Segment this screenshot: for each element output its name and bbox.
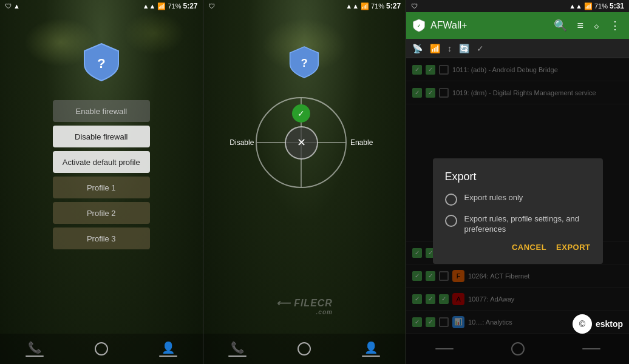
nav-contacts[interactable]: 👤 [159, 341, 177, 357]
export-option-1[interactable]: Export rules only [445, 193, 591, 206]
panel-1: 🛡 ▲ ▲▲ 📶 71% 5:27 ? Enable firewall Disa… [0, 0, 203, 364]
status-left-3: 🛡 [411, 2, 418, 10]
filecr-watermark: ⟵ FILECR .com [276, 297, 333, 315]
filecr-logo-text: ⟵ FILECR [276, 298, 333, 308]
status-bar-1: 🛡 ▲ ▲▲ 📶 71% 5:27 [0, 0, 203, 12]
status-right-2: ▲▲ 📶 71% 5:27 [345, 2, 401, 10]
bottom-nav-2: 📞 👤 [203, 334, 406, 364]
svg-text:✓: ✓ [417, 23, 421, 29]
signal-icon-3: ▲▲ [569, 2, 582, 10]
shield-icon-1: ? [83, 42, 120, 82]
enable-firewall-btn[interactable]: Enable firewall [53, 100, 150, 122]
export-button[interactable]: EXPORT [556, 243, 590, 252]
nav-phone-2[interactable]: 📞 [228, 341, 246, 357]
nav-phone[interactable]: 📞 [25, 341, 44, 357]
afwall-shield-icon: ✓ [412, 19, 426, 32]
wifi-icon-3: 📶 [361, 2, 369, 10]
status-bar-3: 🛡 ▲▲ 📶 71% 5:31 [406, 0, 629, 12]
menu-container-1: Enable firewall Disable firewall Activat… [0, 100, 203, 249]
desktop-badge-icon: © [573, 314, 592, 334]
disable-label[interactable]: Disable [229, 138, 254, 147]
filecr-domain: .com [276, 309, 333, 315]
check-filter-icon: ✓ [477, 44, 484, 53]
desktop-watermark: © esktop [573, 314, 623, 334]
filter-row: 📡 📶 ↕ 🔄 ✓ [406, 39, 629, 58]
filter-btn[interactable]: ≡ [574, 18, 586, 33]
status-right-3: ▲▲ 📶 71% 5:31 [569, 2, 624, 10]
dialog-title: Export [445, 170, 591, 183]
app-title: AFWall+ [430, 20, 546, 31]
panel-2: 🛡 ▲▲ 📶 71% 5:27 ? ✕ ✓ [203, 0, 406, 364]
battery-text: 71% [168, 2, 181, 10]
activate-default-profile-btn[interactable]: Activate default profile [53, 151, 150, 173]
signal-icon-2: ▲▲ [345, 2, 359, 10]
battery-text-3: 71% [594, 2, 608, 10]
status-bar-2: 🛡 ▲▲ 📶 71% 5:27 [203, 0, 406, 12]
shield-container-2: ? [203, 46, 406, 79]
export-dialog: Export Export rules only Export rules, p… [433, 158, 603, 265]
wifi-filter-icon: 📶 [430, 44, 440, 53]
roam-icon: 🔄 [459, 44, 469, 53]
shield-status-icon-2: 🛡 [208, 2, 215, 10]
more-btn[interactable]: ⋮ [607, 18, 623, 33]
data-icon: ↕ [447, 44, 452, 53]
search-btn[interactable]: 🔍 [551, 18, 570, 33]
radial-check-badge[interactable]: ✓ [292, 104, 310, 123]
check-circle-icon: ✓ [292, 104, 310, 123]
lan-icon: 📡 [412, 44, 423, 53]
radio-option-1[interactable] [445, 194, 457, 206]
wifi-icon: ▲ [13, 2, 20, 10]
radial-outer: ✕ ✓ Disable Enable [256, 97, 347, 188]
nav-contacts-2[interactable]: 👤 [362, 341, 380, 357]
cancel-button[interactable]: CANCEL [512, 243, 546, 252]
nav-home[interactable] [95, 342, 108, 356]
table-content: ✓ ✓ 1011: (adb) - Android Debug Bridge ✓… [406, 58, 629, 364]
enable-label[interactable]: Enable [350, 138, 373, 147]
profile-3-btn[interactable]: Profile 3 [53, 228, 150, 249]
status-left: 🛡 ▲ [5, 2, 20, 10]
export-option-2-text: Export rules, profile settings, and pref… [464, 214, 591, 235]
shield-status-icon-3: 🛡 [411, 2, 418, 10]
profile-2-btn[interactable]: Profile 2 [53, 202, 150, 224]
wifi-icon-4: 📶 [584, 2, 593, 10]
radio-option-2[interactable] [445, 215, 457, 227]
close-x-icon: ✕ [297, 136, 306, 149]
shield-status-icon: 🛡 [5, 2, 12, 10]
export-option-2[interactable]: Export rules, profile settings, and pref… [445, 214, 591, 235]
signal-icon: ▲▲ [143, 2, 156, 10]
dialog-actions: CANCEL EXPORT [445, 243, 591, 252]
status-left-2: 🛡 [208, 2, 215, 10]
bottom-nav-1: 📞 👤 [0, 334, 203, 364]
radial-menu: ✕ ✓ Disable Enable [203, 97, 406, 194]
shield-container-1: ? [0, 42, 203, 82]
wifi-icon-2: 📶 [157, 2, 166, 10]
sort-btn[interactable]: ⬦ [591, 18, 602, 33]
svg-text:?: ? [97, 56, 105, 71]
time-display-2: 5:27 [386, 2, 401, 10]
desktop-text: esktop [596, 319, 623, 329]
radial-close-btn[interactable]: ✕ [285, 126, 318, 160]
time-display: 5:27 [183, 2, 198, 10]
svg-text:?: ? [301, 56, 308, 69]
app-bar: ✓ AFWall+ 🔍 ≡ ⬦ ⋮ [406, 12, 629, 39]
time-display-3: 5:31 [610, 2, 624, 10]
status-right: ▲▲ 📶 71% 5:27 [143, 2, 198, 10]
nav-home-2[interactable] [298, 342, 311, 356]
shield-icon-2: ? [289, 46, 319, 79]
disable-firewall-btn[interactable]: Disable firewall [53, 126, 150, 147]
export-option-1-text: Export rules only [464, 193, 523, 203]
panel-3: 🛡 ▲▲ 📶 71% 5:31 ✓ AFWall+ 🔍 ≡ ⬦ ⋮ 📡 📶 ↕ … [406, 0, 629, 364]
battery-text-2: 71% [371, 2, 384, 10]
profile-1-btn[interactable]: Profile 1 [53, 177, 150, 198]
